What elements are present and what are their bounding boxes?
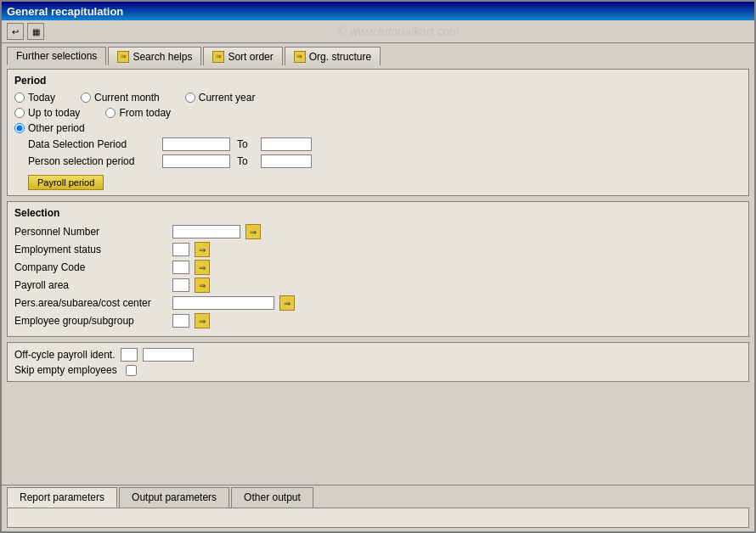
- arrow-icon[interactable]: ↩: [7, 23, 24, 40]
- radio-current-year-label: Current year: [199, 92, 256, 104]
- tab-other-output[interactable]: Other output: [231, 487, 313, 508]
- tab-report-parameters-label: Report parameters: [20, 491, 104, 503]
- radio-from-today-label: From today: [119, 107, 171, 119]
- tab-search-helps[interactable]: ⇒ Search helps: [108, 47, 201, 65]
- top-tabs: Further selections ⇒ Search helps ⇒ Sort…: [2, 43, 754, 65]
- company-code-label: Company Code: [14, 261, 167, 273]
- toolbar: ↩ ▦ © www.tutorialkart.com: [2, 20, 754, 43]
- person-selection-to-label: To: [237, 155, 254, 167]
- watermark: © www.tutorialkart.com: [48, 25, 749, 38]
- radio-current-month[interactable]: Current month: [81, 92, 160, 104]
- person-selection-row: Person selection period To: [28, 154, 742, 168]
- selection-row-employment: Employment status ⇒: [14, 242, 742, 257]
- tab-other-output-label: Other output: [244, 491, 301, 503]
- company-code-input[interactable]: [172, 261, 189, 274]
- tab-further-selections[interactable]: Further selections: [7, 47, 106, 65]
- tab-org-structure-arrow: ⇒: [294, 51, 306, 63]
- tab-sort-order-label: Sort order: [228, 51, 273, 63]
- radio-up-to-today-input[interactable]: [14, 108, 25, 118]
- tab-org-structure-label: Org. structure: [309, 51, 371, 63]
- grid-icon[interactable]: ▦: [27, 23, 44, 40]
- radio-current-month-label: Current month: [94, 92, 160, 104]
- employment-status-label: Employment status: [14, 244, 167, 255]
- offcycle-row: Off-cycle payroll ident.: [14, 348, 742, 362]
- period-radio-row2: Up to today From today: [14, 107, 742, 119]
- radio-other-period-label: Other period: [28, 122, 85, 134]
- payroll-area-arrow[interactable]: ⇒: [195, 278, 210, 293]
- tab-report-parameters[interactable]: Report parameters: [7, 487, 117, 508]
- data-selection-label: Data Selection Period: [28, 138, 155, 150]
- radio-from-today-input[interactable]: [105, 108, 116, 118]
- radio-other-period-input[interactable]: [14, 123, 25, 133]
- offcycle-group: Off-cycle payroll ident. Skip empty empl…: [7, 342, 749, 382]
- selection-row-employee-group: Employee group/subgroup ⇒: [14, 313, 742, 328]
- personnel-number-label: Personnel Number: [14, 226, 167, 238]
- tab-search-helps-arrow: ⇒: [117, 51, 129, 63]
- data-selection-to-label: To: [237, 138, 254, 150]
- offcycle-input2[interactable]: [143, 348, 194, 362]
- radio-today-input[interactable]: [14, 93, 25, 103]
- personnel-number-arrow[interactable]: ⇒: [245, 224, 261, 239]
- payroll-area-label: Payroll area: [14, 279, 167, 291]
- offcycle-label: Off-cycle payroll ident.: [14, 349, 116, 361]
- title-bar: General recapitulation: [2, 2, 754, 20]
- selection-group: Selection Personnel Number ⇒ Employment …: [7, 201, 749, 337]
- company-code-arrow[interactable]: ⇒: [195, 260, 210, 275]
- person-selection-from-input[interactable]: [162, 154, 230, 168]
- employment-status-input[interactable]: [172, 243, 189, 256]
- payroll-period-button[interactable]: Payroll period: [28, 175, 104, 190]
- tab-sort-order[interactable]: ⇒ Sort order: [203, 47, 282, 65]
- employee-group-arrow[interactable]: ⇒: [195, 313, 210, 328]
- radio-current-year[interactable]: Current year: [185, 92, 256, 104]
- main-content: Period Today Current month Current year: [2, 65, 754, 485]
- tab-search-helps-label: Search helps: [133, 51, 192, 63]
- data-selection-from-input[interactable]: [162, 137, 230, 151]
- period-radio-row3: Other period: [14, 122, 742, 134]
- pers-area-arrow[interactable]: ⇒: [279, 295, 295, 311]
- tab-output-parameters[interactable]: Output parameters: [119, 487, 229, 508]
- radio-up-to-today[interactable]: Up to today: [14, 107, 80, 119]
- selection-row-company: Company Code ⇒: [14, 260, 742, 275]
- selection-row-payroll: Payroll area ⇒: [14, 278, 742, 293]
- radio-current-month-input[interactable]: [81, 93, 91, 103]
- person-selection-label: Person selection period: [28, 155, 155, 167]
- person-selection-to-input[interactable]: [261, 154, 312, 168]
- bottom-tabs: Report parameters Output parameters Othe…: [2, 485, 754, 508]
- payroll-area-input[interactable]: [172, 278, 189, 292]
- tab-sort-order-arrow: ⇒: [212, 51, 224, 63]
- skip-empty-label: Skip empty employees: [14, 364, 117, 376]
- tab-org-structure[interactable]: ⇒ Org. structure: [285, 47, 381, 65]
- offcycle-input1[interactable]: [121, 348, 138, 362]
- title-text: General recapitulation: [7, 5, 123, 18]
- radio-current-year-input[interactable]: [185, 93, 195, 103]
- bottom-area: [7, 508, 749, 528]
- tab-output-parameters-label: Output parameters: [132, 491, 217, 503]
- radio-today[interactable]: Today: [14, 92, 55, 104]
- radio-today-label: Today: [28, 92, 55, 104]
- data-selection-row: Data Selection Period To: [28, 137, 742, 151]
- employee-group-label: Employee group/subgroup: [14, 315, 167, 327]
- radio-other-period[interactable]: Other period: [14, 122, 85, 134]
- pers-area-input[interactable]: [172, 296, 274, 310]
- tab-further-selections-label: Further selections: [16, 50, 97, 62]
- selection-row-personnel: Personnel Number ⇒: [14, 224, 742, 239]
- personnel-number-input[interactable]: [172, 225, 240, 238]
- pers-area-label: Pers.area/subarea/cost center: [14, 297, 167, 309]
- period-group: Period Today Current month Current year: [7, 69, 749, 196]
- skip-empty-row: Skip empty employees: [14, 364, 742, 376]
- period-radio-row1: Today Current month Current year: [14, 92, 742, 104]
- selection-row-pers-area: Pers.area/subarea/cost center ⇒: [14, 295, 742, 311]
- period-group-label: Period: [14, 75, 742, 87]
- main-window: General recapitulation ↩ ▦ © www.tutoria…: [0, 0, 756, 533]
- skip-empty-checkbox[interactable]: [126, 365, 137, 376]
- radio-up-to-today-label: Up to today: [28, 107, 80, 119]
- data-selection-to-input[interactable]: [261, 137, 312, 151]
- radio-from-today[interactable]: From today: [105, 107, 171, 119]
- employee-group-input[interactable]: [172, 314, 189, 328]
- selection-group-label: Selection: [14, 207, 742, 219]
- employment-status-arrow[interactable]: ⇒: [195, 242, 210, 257]
